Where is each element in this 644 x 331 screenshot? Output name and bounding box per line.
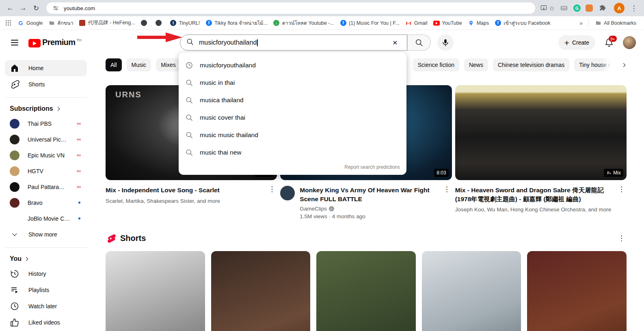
report-search-predictions-link[interactable]: Report search predictions [179, 161, 406, 173]
guide-menu-icon[interactable] [6, 34, 23, 51]
apps-grid-icon[interactable] [5, 20, 11, 26]
grammarly-extension-icon[interactable]: G [573, 4, 581, 12]
home-icon [10, 63, 19, 73]
short-thumbnail[interactable] [527, 251, 627, 331]
chip-science-fiction[interactable]: Science fiction [413, 58, 459, 71]
youtube-icon [433, 21, 440, 26]
bookmark-item[interactable]: 代理品牌 - HeFeng... [76, 18, 138, 28]
suggestion-item[interactable]: musicforyouthailand [179, 56, 406, 74]
subscriptions-header[interactable]: Subscriptions [5, 102, 87, 116]
chips-scroll-right-button[interactable] [601, 58, 627, 71]
channel-avatar[interactable] [280, 186, 295, 200]
chip-all[interactable]: All [106, 58, 122, 71]
browser-menu-icon[interactable]: ⋮ [628, 2, 640, 14]
back-button[interactable]: ← [4, 2, 16, 14]
video-title[interactable]: Mix - Heaven Sword and Dragon Sabre 倚天屠龍… [455, 186, 612, 203]
sidebar-channel-thai-pbs[interactable]: Thai PBS [5, 116, 87, 131]
you-header[interactable]: You [5, 252, 87, 266]
sidebar-channel-universal[interactable]: Universal Picture... [5, 131, 87, 147]
video-byline[interactable]: Scarlet, Martika, Shakespears Sister, an… [106, 197, 262, 205]
bookmarks-overflow-icon[interactable]: » [577, 20, 585, 26]
suggestion-item[interactable]: musica thailand [179, 91, 406, 109]
video-meta: 1.5M views · 4 months ago [300, 213, 437, 221]
create-button[interactable]: + Create [558, 35, 595, 50]
sidebar-channel-epic-music-vn[interactable]: Epic Music VN [5, 147, 87, 163]
download-icon: ↓ [273, 20, 279, 26]
bookmark-item[interactable]: f (1) Music For You | F... [337, 19, 402, 28]
video-byline[interactable]: Joseph Koo, Wu Man, Hong Kong Chinese Or… [455, 206, 612, 214]
sidebar-item-liked-videos[interactable]: Liked videos [5, 314, 87, 331]
video-menu-icon[interactable]: ⋮ [616, 186, 627, 214]
reload-button[interactable]: ↻ [30, 2, 42, 14]
video-title[interactable]: Monkey King Vs Army Of Heaven War Fight … [300, 186, 437, 203]
extensions-area: G [560, 4, 607, 13]
mic-button[interactable] [437, 34, 454, 51]
sidebar-item-playlists[interactable]: Playlists [5, 282, 87, 298]
folder-icon [595, 20, 601, 26]
notifications-button[interactable]: 9+ [601, 34, 617, 51]
bookmark-item[interactable]: f Tikky flora จำหน่ายไม้... [203, 18, 270, 28]
chip-news[interactable]: News [464, 58, 488, 71]
suggestion-item[interactable]: music thai new [179, 144, 406, 161]
sidebar-item-home[interactable]: Home [5, 60, 87, 76]
sidebar-channel-joblo[interactable]: JoBlo Movie Clips [5, 211, 87, 226]
search-input[interactable]: musicforyouthailand × [180, 34, 407, 51]
keyboard-extension-icon[interactable] [560, 4, 568, 13]
short-thumbnail[interactable] [316, 251, 416, 331]
url-bar[interactable]: youtube.com [46, 2, 535, 14]
browser-profile-avatar[interactable]: A [614, 3, 625, 13]
search-button[interactable] [407, 34, 431, 51]
orange-extension-icon[interactable] [586, 4, 593, 12]
bookmark-item[interactable] [153, 19, 167, 28]
forward-button[interactable]: → [17, 2, 29, 14]
channel-avatar [10, 135, 19, 144]
sidebar-item-watch-later[interactable]: Watch later [5, 298, 87, 314]
bookmark-item[interactable]: f เข้าสู่ระบบ Facebook [492, 18, 553, 28]
bookmark-item[interactable]: Maps [465, 19, 492, 28]
folder-icon [48, 20, 55, 26]
video-title[interactable]: Mix - Independent Love Song - Scarlet [106, 186, 262, 195]
install-icon[interactable] [539, 4, 548, 13]
short-thumbnail[interactable] [106, 251, 205, 331]
bookmark-item[interactable]: YouTube [430, 19, 465, 28]
live-icon [76, 152, 82, 159]
chip-mixes[interactable]: Mixes [156, 58, 181, 71]
account-avatar[interactable] [623, 36, 636, 49]
video-channel[interactable]: GameClips ✓ [300, 206, 437, 212]
video-menu-icon[interactable]: ⋮ [267, 186, 277, 205]
extensions-puzzle-icon[interactable] [598, 4, 607, 13]
all-bookmarks-button[interactable]: All Bookmarks [592, 19, 639, 28]
live-icon [76, 136, 82, 143]
bookmark-item[interactable] [138, 19, 153, 28]
video-thumbnail[interactable]: Mix [455, 85, 627, 180]
youtube-premium-logo[interactable]: Premium TH [28, 38, 81, 47]
shorts-grid [106, 251, 627, 331]
short-thumbnail[interactable] [211, 251, 311, 331]
sidebar-item-shorts[interactable]: Shorts [5, 76, 87, 92]
bookmark-item[interactable]: ลักขนา [45, 18, 76, 28]
suggestion-item[interactable]: music cover thai [179, 109, 406, 126]
sidebar-channel-bravo[interactable]: Bravo [5, 195, 87, 211]
suggestion-item[interactable]: music in thai [179, 74, 406, 91]
clear-search-icon[interactable]: × [389, 38, 401, 47]
show-more-button[interactable]: Show more [5, 226, 87, 243]
chip-music[interactable]: Music [127, 58, 151, 71]
video-menu-icon[interactable]: ⋮ [442, 186, 452, 221]
tinyurl-icon: t [170, 20, 176, 26]
bookmark-star-icon[interactable]: ☆ [549, 4, 555, 12]
sidebar-item-history[interactable]: History [5, 266, 87, 282]
chevron-down-icon [12, 231, 17, 236]
bookmark-item[interactable]: Gmail [402, 19, 430, 28]
site-settings-icon[interactable] [51, 4, 60, 13]
bookmark-item[interactable]: G Google [15, 19, 45, 28]
suggestion-item[interactable]: music music thailand [179, 126, 406, 144]
sidebar-channel-hgtv[interactable]: HGTV [5, 163, 87, 179]
short-thumbnail[interactable] [422, 251, 521, 331]
sidebar-channel-paul-pattarapon[interactable]: Paul Pattarapon ... [5, 179, 87, 195]
new-content-dot [78, 217, 80, 219]
divider [588, 20, 589, 26]
chip-chinese-tv-dramas[interactable]: Chinese television dramas [493, 58, 569, 71]
bookmark-item[interactable]: ↓ ดาวน์โหลด Youtube -... [270, 18, 337, 28]
bookmark-item[interactable]: t TinyURL! [167, 19, 203, 28]
shorts-menu-icon[interactable]: ⋮ [616, 235, 627, 242]
